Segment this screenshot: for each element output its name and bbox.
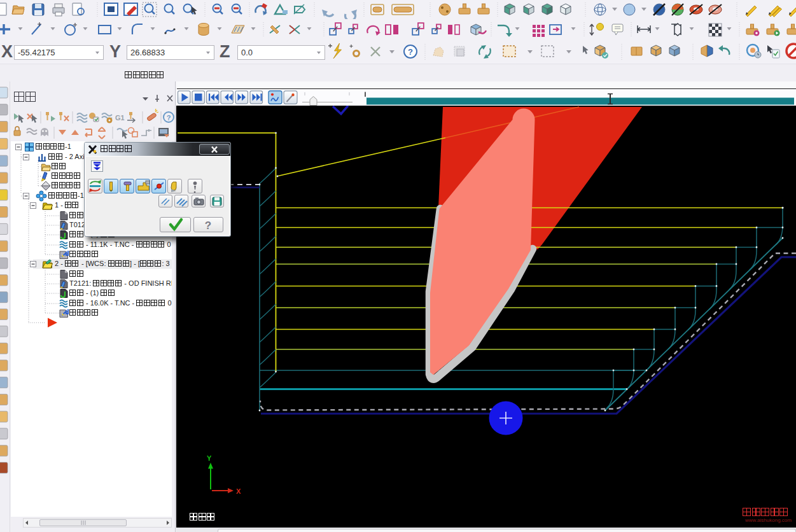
svg-text:G1: G1 [115, 114, 125, 122]
svg-text:Y: Y [207, 454, 212, 462]
svg-text:?: ? [167, 114, 171, 122]
svg-text:X: X [236, 487, 241, 495]
svg-text:?: ? [205, 220, 211, 232]
svg-text:?: ? [408, 47, 413, 57]
